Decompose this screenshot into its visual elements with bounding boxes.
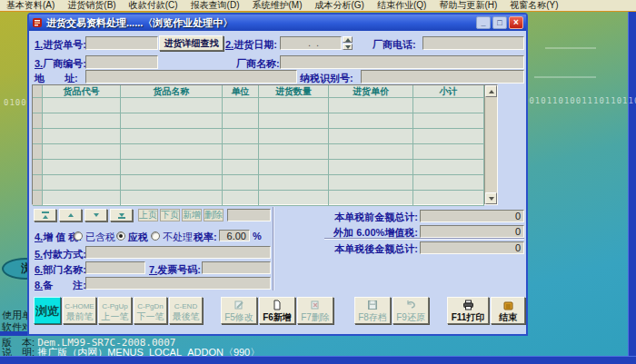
remark-field[interactable]	[85, 277, 271, 290]
table-cell	[413, 175, 484, 191]
menu-item-cost-analysis[interactable]: 成本分析(G)	[308, 0, 370, 11]
tax-rate-field[interactable]: 6.00	[219, 230, 250, 241]
vendor-phone-field[interactable]	[422, 36, 524, 50]
page-down-button: 下页	[160, 209, 180, 221]
menu-item-report-query[interactable]: 报表查询(D)	[184, 0, 246, 11]
items-grid: 货品代号 货品名称 单位 进货数量 进货单价 小计	[32, 84, 498, 205]
table-row[interactable]	[33, 175, 484, 191]
purchase-date-field[interactable]: . .	[280, 36, 342, 50]
row-selector-cell	[33, 191, 43, 206]
table-row[interactable]	[33, 160, 484, 175]
table-cell	[259, 98, 329, 113]
menu-item-end-job[interactable]: 结束作业(Q)	[371, 0, 432, 11]
invoice-no-field[interactable]	[202, 261, 271, 274]
close-button[interactable]: ×	[509, 16, 523, 29]
table-row[interactable]	[33, 129, 484, 144]
table-cell	[121, 113, 223, 129]
exit-button[interactable]: 结束	[491, 297, 525, 324]
table-cell	[413, 113, 484, 129]
title-bar[interactable]: 进货交易资料处理......〈浏览作业处理中〉 _ □ ×	[29, 15, 526, 31]
table-cell	[121, 129, 223, 144]
minimize-button[interactable]: _	[476, 16, 491, 29]
row-selector-cell	[33, 175, 43, 191]
browse-mode-button[interactable]: 浏览	[34, 297, 61, 324]
spinner-down-icon[interactable]	[343, 44, 353, 50]
table-cell	[413, 191, 484, 206]
table-cell	[329, 129, 413, 144]
table-cell	[43, 113, 121, 129]
table-row[interactable]	[33, 144, 484, 160]
table-row[interactable]	[33, 98, 484, 113]
table-cell	[223, 98, 259, 113]
vendor-name-field[interactable]	[280, 55, 524, 69]
table-cell	[329, 98, 413, 113]
add-row-button: 新增	[182, 209, 202, 221]
maximize-button[interactable]: □	[492, 16, 507, 29]
radio-tax-included[interactable]	[74, 231, 83, 241]
tax-id-field[interactable]	[361, 70, 524, 84]
table-cell	[223, 129, 259, 144]
radio-tax-included-label[interactable]: 已含税	[85, 231, 115, 244]
spinner-up-icon[interactable]	[343, 36, 353, 43]
panel-divider	[273, 207, 274, 290]
menu-item-window-name[interactable]: 视窗名称(Y)	[503, 0, 564, 11]
delete-doc-icon	[298, 300, 333, 311]
scroll-down-icon[interactable]	[485, 192, 497, 204]
vendor-name-label: 厂商名称:	[236, 57, 280, 71]
table-cell	[413, 144, 484, 160]
department-field[interactable]	[85, 261, 145, 274]
menu-item-basic-data[interactable]: 基本资料(A)	[0, 0, 61, 11]
prev-record-button[interactable]	[59, 209, 82, 221]
menu-item-receipts-payments[interactable]: 收款付款(C)	[123, 0, 184, 11]
address-field[interactable]	[85, 70, 297, 84]
table-cell	[43, 160, 121, 175]
delete-row-button: 删除	[204, 209, 224, 221]
desktop: 01000 00101101001110110110 浏 使用单 软件对 版 本…	[0, 0, 636, 364]
table-cell	[121, 160, 223, 175]
radio-taxable-label[interactable]: 应税	[128, 231, 148, 244]
purchase-date-label: 2.进货日期:	[225, 38, 277, 52]
table-cell	[223, 144, 259, 160]
table-cell	[43, 98, 121, 113]
f5-edit-button: F5修改	[221, 297, 257, 324]
table-row[interactable]	[33, 113, 484, 129]
exit-icon	[492, 300, 524, 311]
purchase-detail-search-button[interactable]: 进货详细查找	[159, 35, 224, 51]
row-selector-cell	[33, 129, 43, 144]
radio-no-tax[interactable]	[151, 231, 160, 241]
menu-item-system-maintenance[interactable]: 系统维护(M)	[245, 0, 308, 11]
table-row[interactable]	[33, 191, 484, 206]
purchase-no-field[interactable]	[85, 36, 158, 50]
vendor-no-field[interactable]	[85, 55, 158, 69]
next-record-button[interactable]	[84, 209, 107, 221]
menu-item-help-update[interactable]: 帮助与更新(H)	[432, 0, 503, 11]
last-record-button[interactable]	[110, 209, 133, 221]
radio-no-tax-label[interactable]: 不处理	[163, 231, 193, 244]
payment-method-field[interactable]	[85, 246, 271, 259]
table-cell	[259, 191, 329, 206]
last-record-toolbar-button: C-END最後笔	[169, 297, 203, 324]
first-record-button[interactable]	[34, 209, 56, 221]
wallpaper-line	[545, 47, 596, 49]
table-cell	[223, 191, 259, 206]
table-cell	[43, 129, 121, 144]
scroll-up-icon[interactable]	[485, 85, 497, 97]
record-status-field	[227, 209, 271, 221]
printer-icon	[448, 300, 488, 311]
table-cell	[121, 98, 223, 113]
menu-item-purchase-sales[interactable]: 进货销货(B)	[61, 0, 122, 11]
vertical-scrollbar[interactable]	[484, 85, 497, 204]
tax-id-label: 纳税识别号:	[300, 72, 353, 85]
frame-border-bottom	[0, 356, 636, 364]
f11-print-button[interactable]: F11打印	[447, 297, 489, 324]
column-header-subtotal: 小计	[413, 85, 484, 98]
f7-delete-button: F7删除	[297, 297, 333, 324]
row-selector-cell	[33, 98, 43, 113]
table-cell	[223, 113, 259, 129]
f6-new-button[interactable]: F6新增	[259, 297, 295, 324]
table-cell	[43, 175, 121, 191]
radio-taxable[interactable]	[116, 231, 125, 241]
column-header-item-code: 货品代号	[43, 85, 121, 98]
edit-icon	[222, 300, 256, 311]
table-cell	[121, 175, 223, 191]
